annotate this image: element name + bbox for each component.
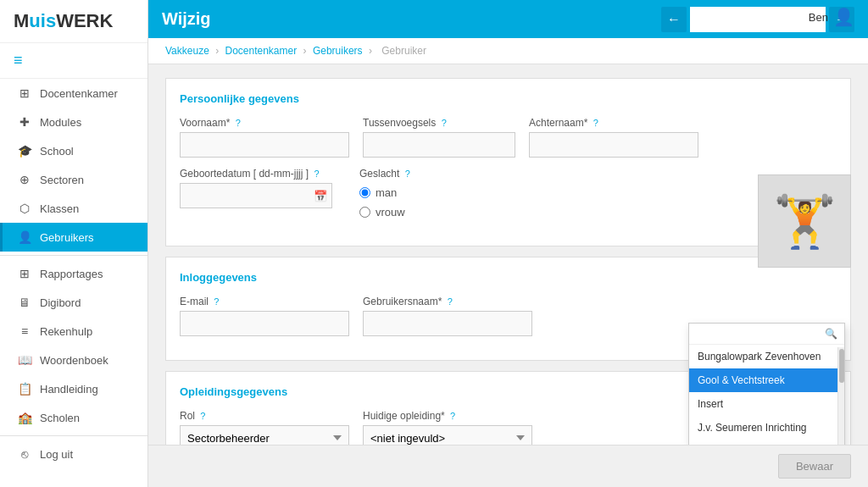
dropdown-item-3[interactable]: J.v. Seumeren Inrichting xyxy=(689,416,844,440)
user-avatar-icon: 👤 xyxy=(833,7,854,27)
dropdown-item-4[interactable]: Kattendrecht xyxy=(689,440,844,445)
scholen-icon: 🏫 xyxy=(16,411,33,424)
geslacht-help-icon[interactable]: ? xyxy=(405,169,410,179)
sidebar-item-logout[interactable]: ⎋ Log uit xyxy=(0,440,147,468)
geboortedatum-group: Geboortedatum [ dd-mm-jjjj ] ? 📅 xyxy=(180,168,332,222)
logo: MuisWERK xyxy=(0,0,147,43)
radio-man[interactable] xyxy=(359,187,370,198)
gebruikers-icon: 👤 xyxy=(16,230,33,244)
radio-man-label[interactable]: man xyxy=(359,186,410,199)
breadcrumb-docentenkamer[interactable]: Docentenkamer xyxy=(225,45,298,57)
nav-prev-button[interactable]: ← xyxy=(661,7,687,32)
hamburger-button[interactable]: ≡ xyxy=(0,43,147,79)
rol-select[interactable]: Sectorbeheerder xyxy=(180,425,349,445)
voornaam-help-icon[interactable]: ? xyxy=(236,118,241,128)
sidebar-item-school[interactable]: 🎓 School xyxy=(0,136,147,165)
rol-group: Rol ? Sectorbeheerder xyxy=(180,410,349,445)
achternaam-help-icon[interactable]: ? xyxy=(593,118,598,128)
profile-image[interactable]: 🏋 xyxy=(758,174,851,268)
geboortedatum-help-icon[interactable]: ? xyxy=(314,169,319,179)
email-help-icon[interactable]: ? xyxy=(214,296,219,307)
logo-text: MuisWERK xyxy=(14,10,113,31)
dropdown-scrollbar[interactable] xyxy=(837,347,844,445)
dropdown-item-1[interactable]: Gool & Vechtstreek xyxy=(689,368,844,392)
school-dropdown: 🔍 Bungalowpark Zevenhoven Gool & Vechtst… xyxy=(688,323,845,445)
achternaam-input[interactable] xyxy=(529,132,698,158)
name-row: Voornaam* ? Tussenvoegsels ? Achternaam* xyxy=(180,117,837,158)
geslacht-group: Geslacht ? man vrouw xyxy=(359,168,410,222)
email-label: E-mail ? xyxy=(180,296,349,307)
personal-section: Persoonlijke gegevens Voornaam* ? Tussen… xyxy=(165,78,851,246)
sidebar-item-modules[interactable]: ✚ Modules xyxy=(0,108,147,136)
personal-section-title: Persoonlijke gegevens xyxy=(180,92,837,105)
geboortedatum-label: Geboortedatum [ dd-mm-jjjj ] ? xyxy=(180,168,332,180)
page-title: Wijzig xyxy=(162,9,661,29)
geslacht-label: Geslacht ? xyxy=(359,168,410,180)
sidebar-menu: ⊞ Docentenkamer ✚ Modules 🎓 School ⊕ Sec… xyxy=(0,79,147,487)
calendar-icon[interactable]: 📅 xyxy=(314,190,327,202)
save-button[interactable]: Bewaar xyxy=(778,454,851,479)
sidebar-item-gebruikers[interactable]: 👤 Gebruikers xyxy=(0,223,147,252)
voornaam-label: Voornaam* ? xyxy=(180,117,349,129)
voornaam-group: Voornaam* ? xyxy=(180,117,349,158)
topbar: Wijzig ← → xyxy=(148,0,868,38)
opleiding-help-icon[interactable]: ? xyxy=(450,411,455,421)
birth-gender-row: Geboortedatum [ dd-mm-jjjj ] ? 📅 Geslach… xyxy=(180,168,837,222)
tussenvoegsels-input[interactable] xyxy=(363,132,515,158)
sidebar-item-rekenhulp[interactable]: ≡ Rekenhulp xyxy=(0,317,147,346)
content-area: Persoonlijke gegevens Voornaam* ? Tussen… xyxy=(148,64,868,445)
geboortedatum-input-wrapper: 📅 xyxy=(180,183,332,208)
radio-vrouw-label[interactable]: vrouw xyxy=(359,206,410,219)
gebruikersnaam-group: Gebruikersnaam* ? xyxy=(363,296,532,336)
email-input[interactable] xyxy=(180,311,349,336)
klassen-icon: ⬡ xyxy=(16,202,33,215)
rekenhulp-icon: ≡ xyxy=(16,324,33,338)
breadcrumb-gebruikers[interactable]: Gebruikers xyxy=(313,45,363,57)
breadcrumb: Vakkeuze › Docentenkamer › Gebruikers › … xyxy=(148,38,868,64)
breadcrumb-current: Gebruiker xyxy=(381,45,426,57)
radio-vrouw[interactable] xyxy=(359,207,370,218)
sidebar-divider-1 xyxy=(0,255,147,256)
breadcrumb-vakkeuze[interactable]: Vakkeuze xyxy=(165,45,209,57)
achternaam-label: Achternaam* ? xyxy=(529,117,698,129)
sidebar-item-rapportages[interactable]: ⊞ Rapportages xyxy=(0,259,147,288)
sidebar-item-handleiding[interactable]: 📋 Handleiding xyxy=(0,374,147,403)
logout-icon: ⎋ xyxy=(16,447,33,461)
dropdown-item-2[interactable]: Insert xyxy=(689,392,844,416)
rol-help-icon[interactable]: ? xyxy=(200,411,205,421)
dropdown-search-input[interactable] xyxy=(696,328,825,340)
school-icon: 🎓 xyxy=(16,144,33,158)
geslacht-radio-group: man vrouw xyxy=(359,186,410,222)
dropdown-scrollbar-thumb xyxy=(839,349,844,383)
email-group: E-mail ? xyxy=(180,296,349,336)
tussenvoegsels-help-icon[interactable]: ? xyxy=(442,118,447,128)
opleiding-label: Huidige opleiding* ? xyxy=(363,410,532,422)
sidebar-item-sectoren[interactable]: ⊕ Sectoren xyxy=(0,165,147,194)
digibord-icon: 🖥 xyxy=(16,296,33,309)
user-area: Ben 👤 xyxy=(809,7,854,27)
user-name: Ben xyxy=(809,11,828,24)
geboortedatum-input[interactable] xyxy=(180,183,332,208)
sidebar-item-scholen[interactable]: 🏫 Scholen xyxy=(0,403,147,432)
save-bar: Bewaar xyxy=(148,445,868,487)
sidebar: MuisWERK ≡ ⊞ Docentenkamer ✚ Modules 🎓 S… xyxy=(0,0,148,487)
voornaam-input[interactable] xyxy=(180,132,349,158)
gebruikersnaam-help-icon[interactable]: ? xyxy=(448,296,453,307)
sidebar-item-digibord[interactable]: 🖥 Digibord xyxy=(0,288,147,317)
profile-silhouette-icon: 🏋 xyxy=(773,191,837,252)
handleiding-icon: 📋 xyxy=(16,382,33,396)
opleiding-select[interactable]: <niet ingevuld> xyxy=(363,425,532,445)
rol-label: Rol ? xyxy=(180,410,349,422)
dropdown-item-0[interactable]: Bungalowpark Zevenhoven xyxy=(689,345,844,368)
sidebar-item-klassen[interactable]: ⬡ Klassen xyxy=(0,194,147,223)
topbar-search-input[interactable] xyxy=(690,7,826,32)
login-section-title: Inloggegevens xyxy=(180,271,837,284)
gebruikersnaam-input[interactable] xyxy=(363,311,532,336)
sidebar-divider-2 xyxy=(0,435,147,436)
opleiding-group: Huidige opleiding* ? <niet ingevuld> xyxy=(363,410,532,445)
sidebar-item-docentenkamer[interactable]: ⊞ Docentenkamer xyxy=(0,79,147,108)
tussenvoegsels-group: Tussenvoegsels ? xyxy=(363,117,515,158)
sidebar-item-woordenboek[interactable]: 📖 Woordenboek xyxy=(0,346,147,374)
woordenboek-icon: 📖 xyxy=(16,353,33,367)
dropdown-search-bar: 🔍 xyxy=(689,324,844,345)
